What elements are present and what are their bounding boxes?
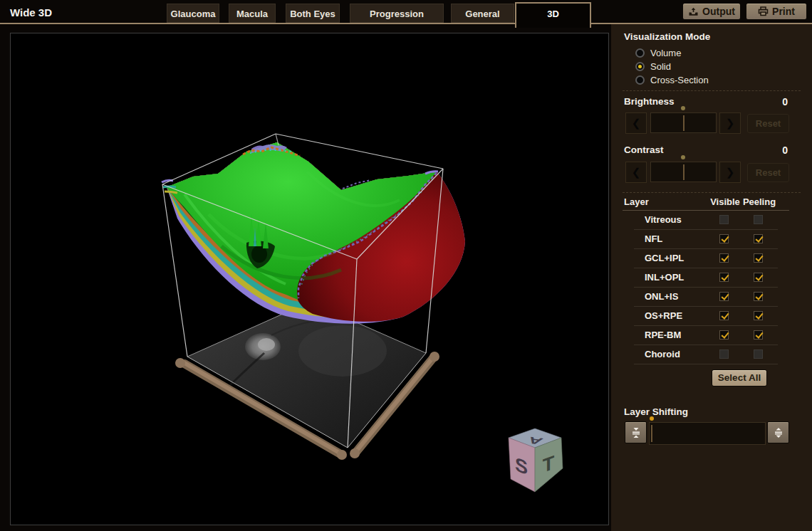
tab-macula[interactable]: Macula (229, 4, 276, 23)
layer-column-header: Layer (624, 196, 649, 207)
brightness-slider[interactable] (650, 112, 717, 133)
brightness-increase-button[interactable]: ❯ (719, 112, 741, 134)
expand-icon (772, 426, 785, 439)
layer-shift-slider[interactable] (649, 422, 766, 445)
radio-label: Cross-Section (650, 75, 709, 85)
layer-row-rpe-bm: RPE-BM (634, 326, 778, 345)
peeling-checkbox[interactable] (754, 330, 763, 340)
contrast-decrease-button[interactable]: ❮ (625, 162, 647, 183)
retina-volume (162, 142, 465, 324)
brightness-slider-dot (681, 106, 685, 110)
output-button[interactable]: Output (682, 3, 741, 20)
tab-glaucoma[interactable]: Glaucoma (167, 4, 219, 23)
compress-icon (630, 426, 642, 439)
visible-column-header: Visible (707, 196, 743, 207)
layer-name: NFL (645, 233, 662, 244)
layer-shift-compress-button[interactable] (625, 421, 647, 443)
brightness-value: 0 (782, 96, 788, 107)
visible-checkbox (719, 215, 729, 224)
orientation-letter-right: T (543, 451, 554, 477)
visualization-mode-title: Visualization Mode (624, 31, 710, 42)
tab-progression[interactable]: Progression (350, 4, 444, 23)
print-button[interactable]: Print (746, 3, 807, 20)
tab-underline (0, 23, 812, 24)
layer-row-inl-opl: INL+OPL (634, 268, 778, 288)
brightness-label: Brightness (624, 96, 675, 107)
brightness-decrease-button[interactable]: ❮ (625, 112, 647, 134)
orientation-cube[interactable]: A S T (509, 429, 563, 492)
output-icon (688, 6, 699, 16)
peeling-checkbox[interactable] (754, 292, 763, 301)
layer-table: VitreousNFLGCL+IPLINL+OPLONL+ISOS+RPERPE… (634, 211, 778, 364)
visible-checkbox[interactable] (719, 330, 729, 340)
layer-row-gcl-ipl: GCL+IPL (634, 249, 778, 268)
layer-name: Vitreous (645, 214, 682, 225)
layer-row-choroid: Choroid (634, 345, 778, 364)
visible-checkbox[interactable] (719, 292, 729, 301)
visible-checkbox[interactable] (719, 311, 729, 320)
layer-name: RPE-BM (645, 330, 681, 340)
tab-general[interactable]: General (451, 4, 514, 23)
layer-row-os-rpe: OS+RPE (634, 307, 778, 326)
layer-row-nfl: NFL (634, 230, 778, 249)
peeling-checkbox[interactable] (754, 234, 763, 243)
radio-label: Volume (650, 48, 681, 58)
application-window: Wide 3D GlaucomaMaculaBoth EyesProgressi… (0, 0, 812, 531)
visible-checkbox[interactable] (719, 253, 729, 263)
peeling-checkbox[interactable] (754, 273, 763, 282)
control-panel: Visualization Mode VolumeSolidCross-Sect… (611, 24, 812, 531)
print-icon (758, 6, 769, 16)
tab-3d[interactable]: 3D (515, 2, 591, 28)
peeling-checkbox[interactable] (754, 311, 763, 320)
contrast-value: 0 (782, 144, 788, 156)
layer-name: OS+RPE (645, 310, 682, 321)
layer-name: ONL+IS (645, 291, 678, 302)
layer-shift-slider-handle[interactable] (651, 425, 652, 442)
layer-row-vitreous: Vitreous (634, 211, 778, 230)
layer-shift-expand-button[interactable] (767, 421, 789, 443)
separator (623, 192, 801, 193)
3d-viewport[interactable]: A S T (10, 33, 609, 525)
tab-both-eyes[interactable]: Both Eyes (286, 4, 340, 23)
layer-name: INL+OPL (645, 272, 684, 283)
3d-scene: A S T (11, 33, 608, 525)
brightness-reset-button[interactable]: Reset (747, 114, 789, 133)
radio-icon[interactable] (635, 75, 645, 85)
radio-option-cross-section[interactable]: Cross-Section (635, 73, 709, 87)
peeling-column-header: Peeling (741, 196, 777, 207)
radio-icon[interactable] (635, 48, 645, 58)
select-all-button[interactable]: Select All (712, 369, 767, 387)
visible-checkbox (719, 349, 729, 359)
radio-option-solid[interactable]: Solid (635, 60, 671, 73)
contrast-label: Contrast (624, 144, 664, 155)
peeling-checkbox[interactable] (754, 253, 763, 263)
contrast-slider-handle[interactable] (683, 164, 685, 180)
visible-checkbox[interactable] (719, 234, 729, 243)
separator (623, 90, 801, 91)
layer-shift-slider-dot (650, 416, 654, 421)
contrast-slider[interactable] (650, 162, 717, 182)
contrast-reset-button[interactable]: Reset (747, 163, 789, 182)
layer-shifting-label: Layer Shifting (624, 406, 688, 417)
layer-row-onl-is: ONL+IS (634, 288, 778, 307)
layer-name: GCL+IPL (645, 253, 684, 263)
peeling-checkbox (754, 349, 763, 359)
visible-checkbox[interactable] (719, 273, 729, 282)
radio-icon[interactable] (635, 62, 645, 71)
radio-label: Solid (650, 61, 671, 72)
fundus-floor (187, 302, 426, 448)
layer-name: Choroid (645, 349, 680, 359)
brightness-slider-handle[interactable] (683, 115, 685, 131)
contrast-increase-button[interactable]: ❯ (719, 162, 741, 183)
page-title: Wide 3D (10, 6, 52, 19)
contrast-slider-dot (681, 155, 685, 159)
peeling-checkbox (754, 215, 763, 224)
radio-option-volume[interactable]: Volume (635, 46, 681, 60)
